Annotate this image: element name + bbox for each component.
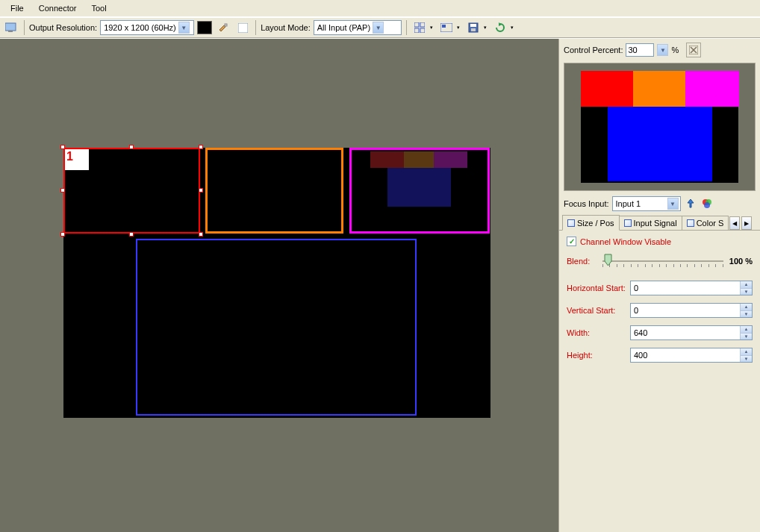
tab-color-settings[interactable]: Color S bbox=[682, 216, 729, 230]
spin-down-icon[interactable]: ▼ bbox=[740, 311, 752, 318]
svg-rect-12 bbox=[471, 28, 476, 31]
dropdown-arrow-icon: ▼ bbox=[667, 198, 679, 210]
svg-rect-3 bbox=[238, 23, 248, 33]
spin-up-icon[interactable]: ▲ bbox=[740, 348, 752, 356]
svg-rect-0 bbox=[5, 23, 16, 31]
save-layout-button[interactable]: ▾ bbox=[465, 20, 489, 35]
menu-file[interactable]: File bbox=[3, 1, 31, 15]
vstart-spinbox[interactable]: ▲▼ bbox=[630, 303, 753, 318]
pv-block bbox=[387, 168, 451, 207]
chevron-down-icon: ▾ bbox=[508, 25, 516, 31]
tab-icon bbox=[624, 219, 632, 227]
spin-down-icon[interactable]: ▼ bbox=[740, 334, 752, 340]
preview-panel bbox=[564, 63, 756, 191]
spin-down-icon[interactable]: ▼ bbox=[740, 289, 752, 295]
layout-mode-dropdown[interactable]: All Input (PAP) ▼ bbox=[314, 20, 402, 35]
svg-rect-7 bbox=[420, 28, 425, 33]
canvas-area[interactable]: 1 bbox=[0, 39, 558, 532]
channel-visible-checkbox[interactable]: ✓ bbox=[567, 237, 576, 246]
color-cycle-icon[interactable] bbox=[700, 197, 714, 210]
hstart-input[interactable] bbox=[631, 281, 740, 295]
tab-icon bbox=[687, 219, 694, 227]
chevron-down-icon: ▾ bbox=[428, 25, 435, 31]
svg-rect-4 bbox=[414, 22, 419, 27]
width-input[interactable] bbox=[631, 326, 740, 339]
image-toggle-icon[interactable] bbox=[234, 20, 251, 35]
width-spinbox[interactable]: ▲▼ bbox=[630, 325, 753, 340]
toolbar: Output Resolution: 1920 x 1200 (60Hz) ▼ … bbox=[0, 17, 760, 38]
layout-mode-label: Layout Mode: bbox=[261, 23, 311, 32]
grid-layout-button[interactable]: ▾ bbox=[411, 20, 435, 35]
blend-value: 100 % bbox=[729, 257, 753, 266]
hstart-label: Horizontal Start: bbox=[567, 284, 627, 292]
monitor-icon[interactable] bbox=[3, 20, 19, 35]
preview-block-4 bbox=[608, 107, 712, 181]
tab-scroll-right[interactable]: ▶ bbox=[741, 216, 752, 230]
channel-visible-label: Channel Window Visable bbox=[580, 237, 671, 246]
hstart-spinbox[interactable]: ▲▼ bbox=[630, 281, 753, 295]
preview-canvas[interactable] bbox=[581, 71, 738, 183]
control-percent-input[interactable] bbox=[626, 43, 654, 57]
svg-rect-9 bbox=[442, 25, 446, 28]
output-resolution-label: Output Resolution: bbox=[29, 23, 97, 32]
dropdown-arrow-icon: ▼ bbox=[178, 22, 190, 34]
svg-rect-11 bbox=[470, 24, 476, 27]
pv-block bbox=[370, 151, 404, 168]
svg-rect-6 bbox=[414, 28, 419, 33]
layout-mode-value: All Input (PAP) bbox=[317, 23, 370, 32]
dropdown-arrow-icon[interactable]: ▼ bbox=[657, 44, 668, 56]
preview-block-2 bbox=[633, 71, 685, 107]
control-percent-row: Control Percent: ▼ % bbox=[559, 39, 760, 61]
pip-layout-button[interactable]: ▾ bbox=[438, 20, 462, 35]
output-resolution-value: 1920 x 1200 (60Hz) bbox=[104, 23, 176, 32]
spin-down-icon[interactable]: ▼ bbox=[740, 356, 752, 363]
vstart-label: Vertical Start: bbox=[567, 306, 627, 315]
blend-slider[interactable] bbox=[602, 254, 723, 269]
focus-input-label: Focus Input: bbox=[564, 199, 609, 208]
menubar: File Connector Tool bbox=[0, 0, 760, 17]
preview-block-1 bbox=[581, 71, 633, 107]
pv-block bbox=[404, 151, 434, 168]
svg-point-18 bbox=[704, 202, 710, 208]
pv-block bbox=[434, 151, 467, 168]
paint-tool-icon[interactable] bbox=[215, 20, 231, 35]
menu-connector[interactable]: Connector bbox=[31, 1, 84, 15]
spin-up-icon[interactable]: ▲ bbox=[740, 326, 752, 334]
control-percent-label: Control Percent: bbox=[564, 46, 623, 54]
spin-up-icon[interactable]: ▲ bbox=[740, 304, 752, 311]
svg-rect-1 bbox=[8, 31, 13, 32]
output-resolution-dropdown[interactable]: 1920 x 1200 (60Hz) ▼ bbox=[100, 20, 194, 35]
tab-label: Size / Pos bbox=[577, 219, 614, 228]
tab-label: Input Signal bbox=[634, 219, 677, 228]
dropdown-arrow-icon: ▼ bbox=[373, 22, 384, 34]
percent-sign: % bbox=[671, 46, 679, 54]
output-canvas: 1 bbox=[63, 148, 490, 418]
tab-input-signal[interactable]: Input Signal bbox=[619, 216, 682, 230]
refresh-layout-button[interactable]: ▾ bbox=[492, 20, 516, 35]
tab-icon bbox=[567, 219, 575, 227]
reset-button[interactable] bbox=[686, 43, 701, 57]
window-1-selection-handles bbox=[60, 145, 203, 237]
svg-rect-2 bbox=[225, 24, 227, 26]
vstart-input[interactable] bbox=[631, 304, 740, 317]
focus-input-value: Input 1 bbox=[616, 199, 641, 208]
height-label: Height: bbox=[567, 351, 627, 360]
window-input-2[interactable] bbox=[205, 148, 343, 234]
tab-scroll-left[interactable]: ◀ bbox=[729, 216, 740, 230]
slider-thumb-icon[interactable] bbox=[604, 254, 612, 266]
window-input-4[interactable] bbox=[136, 239, 417, 416]
focus-input-select[interactable]: Input 1 ▼ bbox=[612, 196, 681, 211]
height-input[interactable] bbox=[631, 348, 740, 362]
spin-up-icon[interactable]: ▲ bbox=[740, 281, 752, 289]
content-area: 1 Control Percent: ▼ % bbox=[0, 38, 760, 532]
height-spinbox[interactable]: ▲▼ bbox=[630, 348, 753, 363]
chevron-down-icon: ▾ bbox=[482, 25, 489, 31]
blend-label: Blend: bbox=[567, 257, 597, 266]
window-input-3[interactable] bbox=[349, 148, 490, 234]
bring-front-icon[interactable] bbox=[684, 197, 697, 210]
width-label: Width: bbox=[567, 328, 627, 337]
tab-size-pos[interactable]: Size / Pos bbox=[562, 215, 620, 231]
background-color-swatch[interactable] bbox=[197, 21, 212, 34]
menu-tool[interactable]: Tool bbox=[84, 1, 114, 15]
chevron-down-icon: ▾ bbox=[455, 25, 462, 31]
